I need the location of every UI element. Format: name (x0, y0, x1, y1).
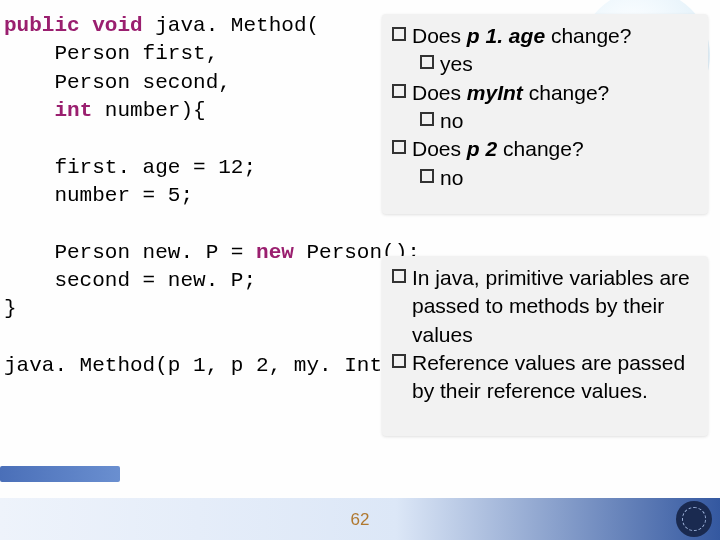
keyword-int: int (54, 99, 92, 122)
note-2: Reference values are passed by their ref… (392, 349, 698, 406)
q-emph: p 1. age (467, 24, 545, 47)
bullet-square-icon (392, 27, 406, 41)
bullet-square-icon (420, 55, 434, 69)
a-text: no (440, 107, 463, 135)
code-text: number){ (92, 99, 205, 122)
code-text: Person second, (4, 71, 231, 94)
notes-box: In java, primitive variables are passed … (382, 256, 708, 436)
q-text: change? (523, 81, 609, 104)
question-1: Does p 1. age change? (392, 22, 698, 50)
code-text: java. Method( (143, 14, 319, 37)
keyword-new: new (256, 241, 294, 264)
q-text: change? (497, 137, 583, 160)
bullet-square-icon (420, 169, 434, 183)
accent-bar (0, 466, 120, 482)
code-text: java. Method(p 1, p 2, my. Int); (4, 354, 407, 377)
q-emph: myInt (467, 81, 523, 104)
answer-3: no (392, 164, 698, 192)
note-text: In java, primitive variables are passed … (412, 264, 698, 349)
qa-box: Does p 1. age change? yes Does myInt cha… (382, 14, 708, 214)
q-text: Does (412, 137, 467, 160)
q-text: Does (412, 24, 467, 47)
question-2: Does myInt change? (392, 79, 698, 107)
keyword-public: public (4, 14, 80, 37)
a-text: yes (440, 50, 473, 78)
code-text: number = 5; (4, 184, 193, 207)
code-text (4, 99, 54, 122)
slide-number: 62 (351, 510, 370, 530)
code-text: } (4, 297, 17, 320)
code-text: first. age = 12; (4, 156, 256, 179)
a-text: no (440, 164, 463, 192)
note-text: Reference values are passed by their ref… (412, 349, 698, 406)
code-text: Person first, (4, 42, 218, 65)
question-3: Does p 2 change? (392, 135, 698, 163)
code-text: Person new. P = (4, 241, 256, 264)
q-text: Does (412, 81, 467, 104)
note-1: In java, primitive variables are passed … (392, 264, 698, 349)
q-emph: p 2 (467, 137, 497, 160)
bullet-square-icon (420, 112, 434, 126)
bullet-square-icon (392, 140, 406, 154)
keyword-void: void (92, 14, 142, 37)
code-block: public void java. Method( Person first, … (4, 12, 380, 380)
q-text: change? (545, 24, 631, 47)
answer-2: no (392, 107, 698, 135)
bullet-square-icon (392, 269, 406, 283)
answer-1: yes (392, 50, 698, 78)
seal-icon (676, 501, 712, 537)
bullet-square-icon (392, 84, 406, 98)
bullet-square-icon (392, 354, 406, 368)
code-text: second = new. P; (4, 269, 256, 292)
